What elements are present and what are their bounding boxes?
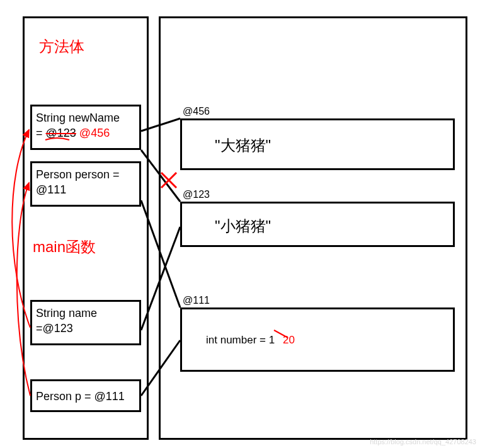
stack-box-person: Person person = @111 (30, 161, 141, 207)
newname-line1: String newName (36, 112, 120, 124)
stack-box-p: Person p = @111 (30, 379, 141, 412)
heap-123-box: "小猪猪" (180, 202, 455, 247)
main-title: main函数 (33, 237, 96, 257)
stack-title: 方法体 (39, 37, 84, 57)
person-text: Person person = @111 (36, 167, 120, 198)
watermark-text: https://blog.csdn.net/qq_42708243 (370, 438, 476, 445)
stack-column (23, 16, 149, 440)
heap-111-addr: @111 (183, 295, 210, 306)
newname-new-addr: @456 (79, 127, 110, 139)
newname-old-addr: @123 (46, 127, 76, 139)
heap-456-value: "大猪猪" (215, 135, 271, 156)
heap-123-value: "小猪猪" (215, 216, 271, 236)
heap-111-box: int number = 1 20 (180, 307, 455, 372)
stack-box-newname: String newName = @123 @456 (30, 105, 141, 150)
heap-123-addr: @123 (183, 189, 210, 200)
stack-box-name: String name =@123 (30, 300, 141, 345)
name-text: String name =@123 (36, 306, 97, 336)
heap-111-old: 1 (269, 334, 275, 346)
p-text: Person p = @111 (36, 389, 125, 404)
heap-456-addr: @456 (183, 106, 210, 117)
heap-456-box: "大猪猪" (180, 118, 455, 170)
diagram-root: 方法体 main函数 String newName = @123 @456 Pe… (0, 0, 480, 448)
heap-111-new: 20 (283, 334, 295, 346)
newname-eq: = (36, 127, 43, 139)
heap-111-field: int number = (206, 334, 266, 346)
